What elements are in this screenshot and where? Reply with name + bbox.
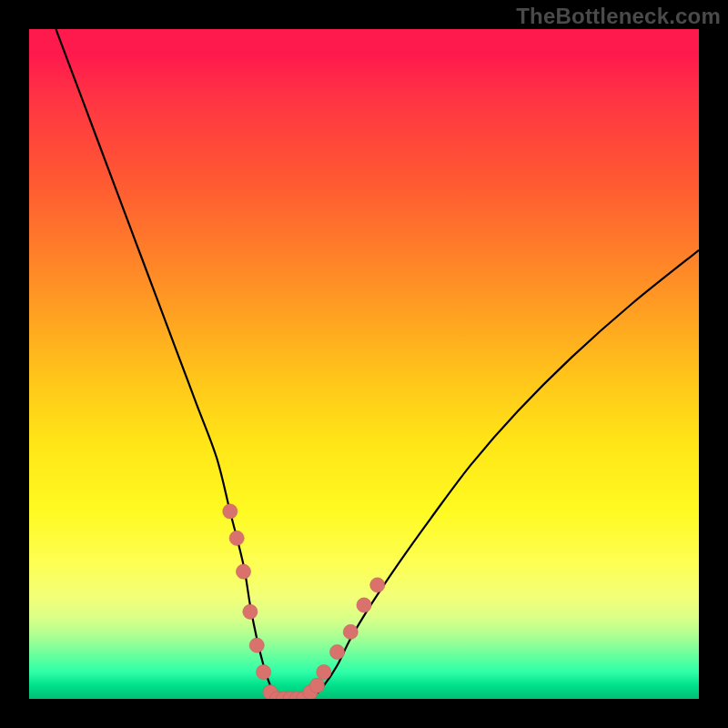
plot-area [29,29,699,699]
chart-frame: TheBottleneck.com [0,0,728,728]
curve-marker [343,624,358,639]
curve-marker [370,578,385,592]
curve-marker [309,678,324,693]
marker-group [223,504,385,699]
curve-marker [229,531,244,545]
marker-layer [29,29,699,699]
curve-marker [329,644,344,659]
curve-marker [249,638,264,652]
curve-marker [317,664,331,679]
watermark-text: TheBottleneck.com [516,4,721,29]
curve-marker [236,564,250,579]
curve-marker [243,604,258,619]
curve-marker [357,598,371,612]
curve-marker [257,664,271,679]
curve-marker [223,504,238,519]
